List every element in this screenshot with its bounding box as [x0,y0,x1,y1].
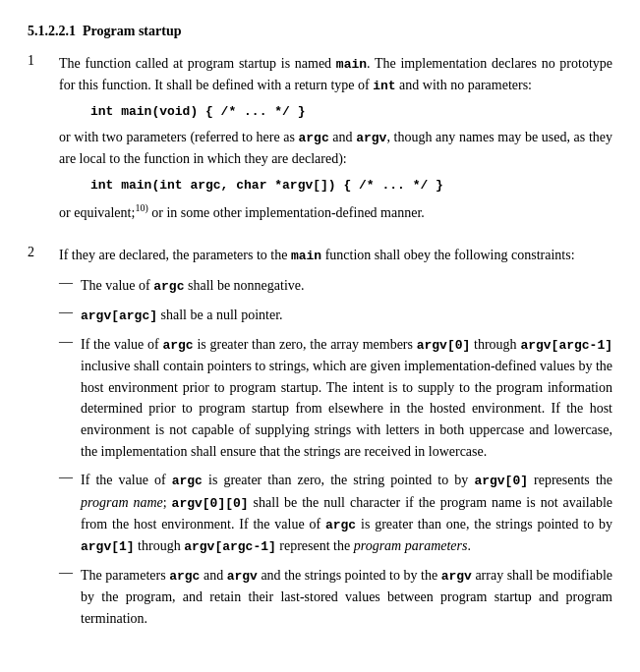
code-argv-array-b5: argv [441,569,472,584]
section-title: 5.1.2.2.1 Program startup [28,24,612,39]
bullet-dash-2: — [59,305,75,320]
paragraph-2-content: If they are declared, the parameters to … [59,245,612,637]
bullet-item-2: — argv[argc] shall be a null pointer. [59,305,612,326]
bullet-item-3: — If the value of argc is greater than z… [59,334,612,463]
code-argc-b4b: argc [325,518,356,532]
paragraph-1-number: 1 [28,53,59,231]
code-argc-b5: argc [169,569,200,584]
code-argv00: argv[0][0] [172,496,249,511]
code-main-2: main [291,249,321,263]
code-argv0-b4: argv[0] [474,474,528,488]
code-argc-b3: argc [162,338,193,353]
italic-program-parameters: program parameters [354,538,468,553]
paragraph-1-content: The function called at program startup i… [59,53,612,231]
bullet-list: — The value of argc shall be nonnegative… [59,275,612,630]
code-argc-b4: argc [172,474,203,488]
code-argv-1: argv [356,131,386,145]
bullet-content-4: If the value of argc is greater than zer… [81,470,612,557]
code-argv0-b3: argv[0] [417,338,471,353]
bullet-item-4: — If the value of argc is greater than z… [59,470,612,557]
bullet-content-1: The value of argc shall be nonnegative. [81,275,612,297]
bullet-content-5: The parameters argc and argv and the str… [81,565,612,630]
bullet-dash-1: — [59,275,75,291]
code-argv-argc-1-b3: argv[argc-1] [520,338,612,353]
italic-program-name: program name [81,495,163,510]
code-block-2: int main(int argc, char *argv[]) { /* ..… [90,178,612,193]
footnote-10: 10) [135,202,147,213]
bullet-content-3: If the value of argc is greater than zer… [81,334,612,463]
bullet-dash-4: — [59,470,75,485]
code-argv-b5: argv [227,569,258,584]
paragraph-2-number: 2 [28,245,59,637]
section-container: 5.1.2.2.1 Program startup 1 The function… [28,24,612,638]
para2-intro: If they are declared, the parameters to … [59,245,612,266]
bullet-item-1: — The value of argc shall be nonnegative… [59,275,612,297]
paragraph-2: 2 If they are declared, the parameters t… [28,245,612,637]
code-argc-1: argc [299,131,329,145]
code-block-1: int main(void) { /* ... */ } [90,104,612,119]
para1-text3: or equivalent;10) or in some other imple… [59,200,612,223]
bullet-item-5: — The parameters argc and argv and the s… [59,565,612,630]
para1-text1: The function called at program startup i… [59,53,612,96]
bullet-content-2: argv[argc] shall be a null pointer. [81,305,612,326]
code-main-1: main [336,57,367,72]
bullet-dash-3: — [59,334,75,350]
code-argc-b1: argc [153,279,184,294]
code-argv-argc-1-b4: argv[argc-1] [184,539,276,554]
code-argv1: argv[1] [81,539,135,554]
paragraph-1: 1 The function called at program startup… [28,53,612,231]
bullet-dash-5: — [59,565,75,581]
code-int-1: int [373,79,395,93]
para1-text2: or with two parameters (referred to here… [59,127,612,170]
code-argv-argc: argv[argc] [81,308,157,323]
